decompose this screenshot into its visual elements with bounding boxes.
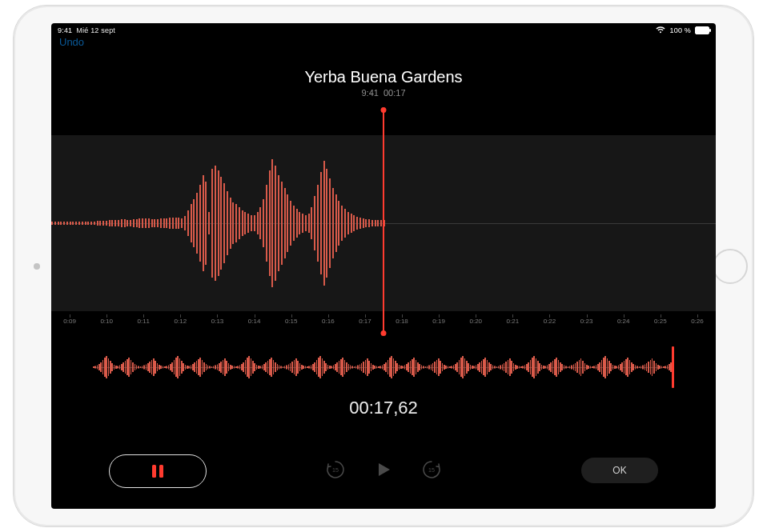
waveform-bar: [368, 219, 370, 227]
overview-bar: [539, 363, 540, 371]
waveform-bar: [191, 204, 192, 242]
overview-bar: [530, 360, 532, 374]
done-button[interactable]: OK: [581, 458, 658, 483]
waveform-bar: [281, 182, 283, 265]
waveform-bar: [251, 215, 252, 231]
skip-forward-15-button[interactable]: 15: [421, 459, 442, 480]
waveform-bar: [75, 222, 77, 225]
overview-bar: [614, 366, 616, 369]
waveform-bar: [338, 201, 339, 246]
record-pause-button[interactable]: [109, 454, 207, 488]
ruler-tick: 0:21: [494, 318, 531, 332]
overview-bar: [155, 361, 156, 374]
overview-bar: [550, 362, 552, 372]
waveform-bar: [377, 220, 379, 226]
waveform-bar: [178, 218, 179, 229]
overview-bar: [199, 358, 201, 377]
waveform-bar: [169, 218, 171, 229]
time-ruler[interactable]: 0:090:100:110:120:130:140:150:160:170:18…: [51, 318, 716, 332]
waveform-bar: [208, 212, 210, 234]
skip-back-15-button[interactable]: 15: [325, 459, 346, 480]
overview-bar: [621, 362, 623, 372]
waveform-bar: [66, 222, 68, 225]
overview-bar: [522, 366, 524, 369]
overview-bar: [179, 358, 181, 376]
overview-bar: [363, 362, 364, 373]
overview-bar: [524, 366, 526, 370]
overview-bar: [319, 356, 321, 378]
overview-bar: [659, 366, 661, 369]
ruler-tick: 0:16: [310, 318, 347, 332]
overview-bar: [351, 366, 353, 369]
waveform-bar: [124, 219, 126, 227]
overview-bar: [413, 358, 415, 377]
overview-bar: [251, 358, 252, 376]
overview-bar: [481, 361, 483, 374]
overview-bar: [532, 358, 533, 377]
overview-bar: [97, 366, 98, 370]
status-time: 9:41: [58, 26, 72, 34]
overview-bar: [359, 365, 361, 370]
undo-button[interactable]: Undo: [59, 36, 84, 48]
overview-bar: [648, 362, 649, 373]
overview-bar: [348, 364, 350, 370]
overview-bar: [275, 362, 276, 372]
waveform-bar: [239, 207, 240, 239]
waveform-bar: [353, 215, 355, 231]
waveform-bar: [329, 178, 331, 268]
recording-title[interactable]: Yerba Buena Gardens: [51, 68, 716, 86]
overview-bar: [669, 364, 670, 370]
overview-bar: [329, 366, 331, 369]
overview-bar: [610, 363, 612, 371]
overview-bar: [354, 366, 355, 368]
overview-bar: [284, 366, 286, 369]
overview-bar: [582, 361, 584, 374]
home-button[interactable]: [713, 249, 748, 284]
overview-bar: [526, 364, 528, 370]
overview-bar: [311, 366, 312, 370]
overview-bar: [279, 366, 280, 370]
overview-bar: [322, 358, 323, 376]
overview-playhead[interactable]: [672, 346, 674, 388]
ruler-tick: 0:13: [199, 318, 235, 332]
overview-bar: [575, 363, 576, 371]
overview-bar: [187, 366, 188, 369]
waveform-overview[interactable]: [93, 350, 674, 385]
overview-bar: [515, 365, 516, 370]
overview-bar: [299, 363, 301, 371]
overview-bar: [166, 366, 167, 369]
overview-bar: [537, 361, 539, 374]
overview-bar: [132, 362, 134, 372]
overview-bar: [547, 366, 548, 370]
status-date: Mié 12 sept: [76, 26, 115, 34]
waveform-bar: [299, 212, 300, 234]
overview-bar: [234, 366, 235, 369]
waveform-bar: [275, 166, 276, 281]
overview-bar: [509, 358, 511, 376]
overview-bar: [436, 360, 438, 374]
overview-bar: [410, 361, 412, 374]
overview-bar: [636, 366, 638, 369]
overview-bar: [247, 358, 248, 377]
ruler-tick: 0:15: [273, 318, 310, 332]
overview-bar: [631, 362, 632, 372]
overview-bar: [307, 366, 308, 368]
overview-bar: [453, 366, 455, 370]
waveform-bar: [63, 222, 65, 225]
waveform-bar: [323, 161, 325, 286]
overview-bar: [419, 364, 420, 370]
play-button[interactable]: [373, 459, 394, 480]
overview-bar: [391, 356, 392, 378]
overview-bar: [128, 358, 130, 377]
playhead[interactable]: [383, 110, 384, 334]
overview-bar: [198, 359, 199, 375]
overview-bar: [629, 360, 631, 374]
overview-bar: [569, 366, 571, 369]
waveform-bar: [266, 185, 267, 262]
waveform-bar: [148, 218, 150, 228]
overview-bar: [620, 364, 621, 370]
overview-bar: [131, 360, 132, 374]
overview-bar: [230, 365, 231, 370]
overview-bar: [170, 364, 171, 370]
overview-bar: [661, 366, 663, 369]
